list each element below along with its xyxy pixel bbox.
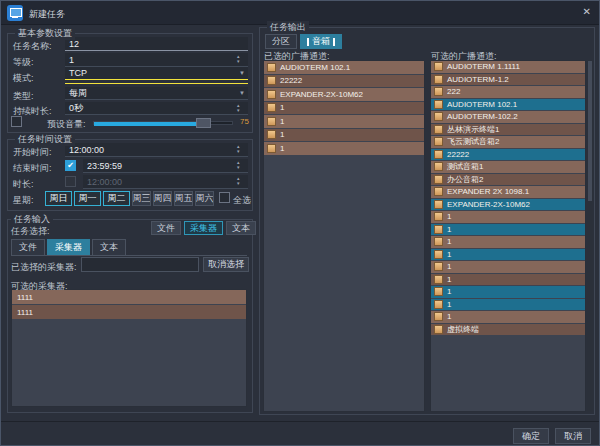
terminal-icon — [434, 125, 443, 134]
length-spin-arrows[interactable]: ▴▾ — [237, 176, 240, 186]
end-time-checkbox[interactable]: ✔ — [65, 160, 76, 171]
terminal-icon — [434, 287, 443, 296]
terminal-icon — [434, 275, 443, 284]
close-icon[interactable]: ✕ — [583, 6, 591, 17]
start-time-value: 12:00:00 — [69, 145, 104, 155]
weekday-button[interactable]: 周二 — [103, 191, 130, 206]
input-tab[interactable]: 文本 — [92, 239, 126, 255]
list-item[interactable]: EXPANDER-2X-10M62 — [431, 199, 585, 211]
list-item[interactable]: 1 — [264, 129, 424, 142]
duration-label: 持续时长: — [13, 105, 52, 118]
weekday-button[interactable]: 周日 — [45, 191, 72, 206]
source-button[interactable]: 采集器 — [184, 221, 223, 235]
source-button[interactable]: 文件 — [151, 221, 181, 235]
list-item-label: 1 — [280, 117, 284, 126]
end-time-spinner[interactable]: 23:59:59 — [83, 159, 248, 173]
output-tab[interactable]: 分区 — [265, 34, 297, 49]
start-time-spin-arrows[interactable]: ▴▾ — [237, 144, 240, 154]
list-item[interactable]: 测试音箱1 — [431, 161, 585, 173]
terminal-icon — [434, 325, 443, 334]
list-item[interactable]: 222 — [431, 86, 585, 98]
end-time-spin-arrows[interactable]: ▴▾ — [237, 160, 240, 170]
selected-collector-label: 已选择的采集器: — [11, 261, 77, 274]
list-item[interactable]: 1 — [431, 224, 585, 236]
list-item-label: 222 — [447, 87, 460, 96]
available-channels-list: AUDIOTERM 1.1111AUDIOTERM-1.2222AUDIOTER… — [430, 60, 586, 412]
weekday-button[interactable]: 周六 — [195, 191, 214, 206]
list-item[interactable]: 1 — [264, 142, 424, 155]
mode-chevron-down-icon[interactable]: ▼ — [239, 70, 245, 76]
selected-channels-list: AUDIOTERM 102.122222EXPANDER-2X-10M62111… — [263, 60, 425, 412]
volume-slider-fill — [94, 122, 196, 126]
input-tab[interactable]: 文件 — [11, 239, 45, 255]
list-item[interactable]: 1 — [431, 274, 585, 286]
deselect-button[interactable]: 取消选择 — [203, 257, 249, 272]
input-tab[interactable]: 采集器 — [47, 239, 90, 255]
task-input-title: 任务输入 — [11, 213, 53, 226]
list-item[interactable]: 1 — [431, 249, 585, 261]
scrollbar-thumb[interactable] — [588, 61, 592, 201]
duration-spin-arrows[interactable]: ▴▾ — [237, 103, 240, 113]
source-button[interactable]: 文本 — [226, 221, 256, 235]
list-item[interactable]: EXPANDER 2X 1098.1 — [431, 186, 585, 198]
type-dropdown[interactable]: 每周 — [65, 87, 248, 100]
list-item-label: 1 — [447, 237, 451, 246]
weekday-button[interactable]: 周五 — [174, 191, 193, 206]
list-item-label: EXPANDER 2X 1098.1 — [447, 187, 529, 196]
list-item-label: AUDIOTERM 102.1 — [447, 100, 517, 109]
list-item[interactable]: 22222 — [431, 149, 585, 161]
list-item-label: 1 — [280, 130, 284, 139]
terminal-icon — [434, 137, 443, 146]
speaker-icon — [307, 38, 309, 46]
type-chevron-down-icon[interactable]: ▼ — [239, 90, 245, 96]
list-item[interactable]: EXPANDER-2X-10M62 — [264, 88, 424, 101]
list-item[interactable]: AUDIOTERM-102.2 — [431, 111, 585, 123]
list-item[interactable]: 虚拟终端 — [431, 324, 585, 336]
list-item[interactable]: 1 — [264, 115, 424, 128]
start-time-spinner[interactable]: 12:00:00 — [65, 143, 248, 157]
weekday-button[interactable]: 周三 — [132, 191, 151, 206]
list-item[interactable]: 22222 — [264, 75, 424, 88]
end-time-value: 23:59:59 — [87, 161, 122, 171]
list-item-label: AUDIOTERM-102.2 — [447, 112, 518, 121]
list-item-label: 飞云测试音箱2 — [447, 136, 499, 147]
mode-dropdown[interactable]: TCP — [65, 67, 248, 80]
terminal-icon — [434, 62, 443, 71]
length-spinner[interactable]: 12:00:00 — [83, 175, 248, 189]
level-spin-arrows[interactable]: ▴▾ — [237, 54, 240, 64]
list-item[interactable]: 1 — [431, 286, 585, 298]
list-item[interactable]: 1 — [431, 261, 585, 273]
list-item[interactable]: 办公音箱2 — [431, 174, 585, 186]
list-item[interactable]: AUDIOTERM 102.1 — [431, 99, 585, 111]
list-item[interactable]: 1 — [431, 236, 585, 248]
task-name-input[interactable]: 12 — [65, 37, 248, 51]
ok-button[interactable]: 确定 — [513, 428, 549, 444]
list-item[interactable]: AUDIOTERM-1.2 — [431, 74, 585, 86]
list-item[interactable]: 1 — [264, 102, 424, 115]
weekday-button[interactable]: 周四 — [153, 191, 172, 206]
list-item-label: 丛林演示终端1 — [447, 124, 499, 135]
output-tab[interactable]: 音箱 — [300, 34, 342, 49]
list-item[interactable]: 丛林演示终端1 — [431, 124, 585, 136]
weekday-button[interactable]: 周一 — [74, 191, 101, 206]
list-item[interactable]: 1 — [431, 299, 585, 311]
selected-collector-input[interactable] — [81, 257, 199, 272]
volume-slider-handle[interactable] — [196, 118, 211, 128]
list-item[interactable]: 1111 — [12, 305, 246, 319]
list-item[interactable]: 1 — [431, 211, 585, 223]
weekday-button-group: 周日周一周二周三周四周五周六 — [45, 191, 214, 206]
cancel-button[interactable]: 取消 — [555, 428, 591, 444]
duration-value: 0秒 — [69, 102, 83, 115]
level-spinner[interactable]: 1 — [65, 53, 248, 67]
select-all-checkbox[interactable] — [219, 192, 230, 203]
volume-value: 75 — [240, 117, 249, 126]
list-item[interactable]: 1 — [431, 311, 585, 323]
terminal-icon — [267, 76, 276, 85]
type-label: 类型: — [13, 90, 34, 103]
length-checkbox[interactable] — [65, 176, 76, 187]
duration-spinner[interactable]: 0秒 — [65, 102, 248, 115]
list-item-label: EXPANDER-2X-10M62 — [280, 90, 363, 99]
list-item[interactable]: 飞云测试音箱2 — [431, 136, 585, 148]
source-button-group: 文件采集器文本 — [151, 221, 256, 235]
terminal-icon — [267, 63, 276, 72]
